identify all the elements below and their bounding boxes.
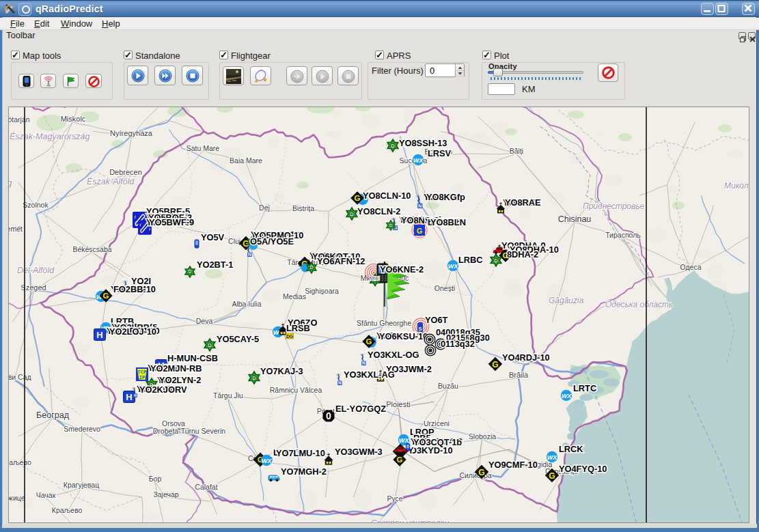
svg-text:YO8SSH-13: YO8SSH-13 (399, 138, 447, 148)
svg-text:YO5BWF-9: YO5BWF-9 (149, 217, 194, 227)
svg-text:H-MUN-CSB: H-MUN-CSB (167, 353, 218, 363)
svg-text:Миколаївська: Миколаївська (724, 181, 749, 191)
svg-text:YO8BLN: YO8BLN (430, 217, 466, 227)
svg-text:Brăila: Brăila (509, 371, 529, 379)
svg-text:LRTC: LRTC (573, 383, 596, 393)
svg-text:WX: WX (448, 263, 458, 270)
svg-text:Чачак: Чачак (36, 491, 56, 499)
svg-text:YO2MJN-RB: YO2MJN-RB (150, 363, 202, 374)
svg-text:Бор: Бор (149, 475, 162, 483)
svg-text:Salgótarján: Salgótarján (9, 115, 30, 124)
svg-text:Краљево: Краљево (52, 506, 83, 514)
svg-text:YO9CMF-10: YO9CMF-10 (488, 460, 538, 470)
svg-text:Baia Mare: Baia Mare (230, 156, 262, 165)
svg-text:N: N (248, 252, 251, 257)
svg-text:Calafat: Calafat (195, 483, 217, 491)
svg-text:G: G (417, 227, 423, 235)
svg-text:Târgu Jiu: Târgu Jiu (213, 391, 243, 400)
svg-text:LRSB: LRSB (286, 323, 310, 333)
svg-text:Северен централен: Северен централен (371, 518, 450, 522)
svg-text:Slobozia: Slobozia (469, 432, 496, 440)
svg-text:WX: WX (562, 393, 572, 400)
svg-text:Русе: Русе (387, 494, 402, 503)
svg-text:Magyarország: Magyarország (9, 178, 12, 188)
svg-text:YO5CAY-5: YO5CAY-5 (217, 334, 259, 344)
svg-text:Тирасполь: Тирасполь (605, 231, 641, 239)
svg-text:Dél-Alföld: Dél-Alföld (17, 266, 55, 275)
svg-text:MIE: MIE (370, 275, 379, 281)
svg-text:8DHA-2: 8DHA-2 (507, 249, 538, 260)
svg-text:YO5V: YO5V (201, 232, 225, 242)
svg-text:WX: WX (547, 454, 557, 461)
svg-text:YO3KXL-AG: YO3KXL-AG (344, 369, 395, 380)
svg-text:YO6KNE-2: YO6KNE-2 (380, 264, 424, 275)
svg-text:Sighișoara: Sighișoara (305, 287, 339, 295)
svg-text:H: H (96, 330, 102, 340)
svg-text:Buzău: Buzău (438, 382, 458, 390)
svg-text:N: N (134, 393, 137, 397)
svg-text:Medias: Medias (283, 292, 306, 300)
svg-text:YO7KAJ-3: YO7KAJ-3 (260, 366, 303, 376)
svg-text:Крагујевац: Крагујевац (64, 481, 99, 489)
svg-text:Kecskemét: Kecskemét (9, 225, 23, 233)
svg-text:YO2KJORV: YO2KJORV (139, 384, 187, 395)
svg-text:YO6AFN-12: YO6AFN-12 (317, 256, 365, 266)
svg-text:Одеса: Одеса (680, 263, 702, 271)
svg-text:G: G (492, 360, 498, 369)
svg-text:0: 0 (326, 410, 331, 421)
svg-text:Одеська область: Одеська область (605, 300, 673, 309)
svg-text:YO4RDJ-10: YO4RDJ-10 (502, 352, 550, 363)
svg-text:O3KYD-10: O3KYD-10 (410, 445, 453, 456)
svg-text:YO4FYQ-10: YO4FYQ-10 (559, 464, 607, 474)
svg-text:G: G (355, 194, 361, 202)
svg-text:IP: IP (139, 375, 146, 380)
svg-text:N: N (338, 380, 342, 385)
svg-text:D: D (310, 265, 314, 270)
svg-text:Ужице: Ужице (9, 494, 25, 502)
svg-text:YO8KGfp: YO8KGfp (426, 192, 465, 202)
svg-text:N: N (418, 203, 422, 209)
svg-text:Bălți: Bălți (510, 147, 523, 155)
svg-text:YO8CLN-10: YO8CLN-10 (363, 191, 411, 201)
svg-text:YO2BT-1: YO2BT-1 (197, 260, 233, 270)
svg-text:D: D (208, 343, 211, 348)
svg-text:LRCK: LRCK (559, 444, 583, 454)
svg-text:Bistrița: Bistrița (292, 204, 314, 212)
svg-text:Dej: Dej (259, 204, 270, 212)
svg-text:Râmnicu Vâlcea: Râmnicu Vâlcea (270, 386, 322, 394)
svg-text:Chisinau: Chisinau (558, 214, 592, 224)
svg-text:Debrecen: Debrecen (109, 168, 142, 176)
svg-text:0113q32: 0113q32 (441, 339, 475, 349)
svg-text:YO8CLN-2: YO8CLN-2 (357, 206, 400, 216)
svg-text:Satu Mare: Satu Mare (187, 144, 220, 152)
svg-text:EL-YO7GQZ: EL-YO7GQZ (335, 404, 386, 414)
svg-text:Зајечар: Зајечар (153, 490, 178, 499)
svg-text:G: G (397, 456, 403, 464)
svg-text:LRSV: LRSV (428, 148, 452, 158)
svg-text:G: G (549, 471, 555, 481)
svg-text:D: D (189, 269, 192, 274)
svg-text:Szolnok: Szolnok (23, 201, 49, 209)
svg-text:Nyíregyháza: Nyíregyháza (110, 129, 153, 137)
svg-text:Alba Iulia: Alba Iulia (232, 300, 261, 308)
svg-text:G: G (478, 468, 484, 477)
svg-text:D: D (252, 376, 256, 380)
svg-text:Deva: Deva (196, 317, 213, 325)
svg-text:YO3KXL-OG: YO3KXL-OG (368, 350, 419, 360)
svg-text:Észak-Alföld: Észak-Alföld (87, 176, 135, 186)
svg-text:DG: DG (286, 334, 293, 339)
svg-text:YO7LMU-10: YO7LMU-10 (276, 448, 325, 458)
svg-text:Drobeta-Turnu Severin: Drobeta-Turnu Severin (153, 427, 226, 435)
svg-text:Miskolc: Miskolc (61, 115, 86, 123)
svg-text:Észak-Magyarország: Észak-Magyarország (10, 131, 89, 141)
svg-text:G: G (366, 337, 372, 346)
svg-text:D: D (494, 258, 497, 263)
svg-text:Békéscsaba: Békéscsaba (72, 245, 111, 253)
svg-text:Găgăuzia: Găgăuzia (549, 296, 584, 305)
svg-text:WX: WX (399, 437, 409, 444)
svg-text:Приднестровье: Приднестровье (583, 201, 645, 211)
svg-text:H: H (126, 392, 132, 402)
svg-text:YO3GWM-3: YO3GWM-3 (335, 447, 383, 457)
svg-text:N: N (362, 361, 365, 365)
svg-text:YO2LOJ-10: YO2LOJ-10 (109, 326, 156, 337)
